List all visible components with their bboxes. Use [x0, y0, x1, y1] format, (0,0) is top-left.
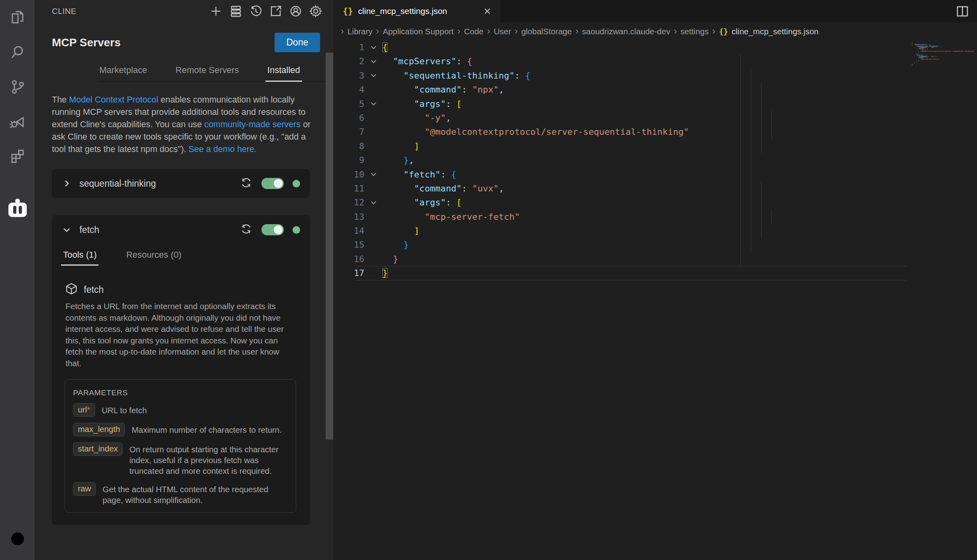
tab-installed[interactable]: Installed	[267, 61, 301, 81]
done-button[interactable]: Done	[275, 33, 320, 52]
tool-name: fetch	[84, 284, 104, 295]
code-line[interactable]: 12 "args": [	[333, 195, 977, 209]
code-token: ]	[414, 226, 419, 236]
open-in-new-icon[interactable]	[269, 5, 282, 18]
code-line[interactable]: 16 }	[333, 252, 977, 266]
code-line[interactable]: 14 ]	[333, 224, 977, 238]
editor-tab-cline-mcp-settings[interactable]: {} cline_mcp_settings.json	[333, 0, 500, 22]
tab-remote-servers[interactable]: Remote Servers	[175, 61, 240, 81]
code-line[interactable]: 17}	[333, 266, 977, 280]
link-model-context-protocol[interactable]: Model Context Protocol	[69, 95, 158, 105]
code-line[interactable]: 1{	[333, 40, 977, 54]
breadcrumb-item[interactable]: globalStorage	[521, 27, 572, 36]
link-see-demo[interactable]: See a demo here.	[188, 144, 257, 154]
code-line[interactable]: 9 },	[333, 153, 977, 167]
parameter-row: start_indexOn return output starting at …	[73, 442, 289, 476]
source-control-icon[interactable]	[0, 69, 35, 104]
account-icon[interactable]	[0, 521, 35, 556]
run-debug-icon[interactable]	[0, 104, 35, 139]
fold-chevron-icon[interactable]	[364, 195, 382, 209]
breadcrumb-file[interactable]: {}cline_mcp_settings.json	[719, 27, 819, 36]
server-status-dot	[293, 226, 300, 234]
code-line[interactable]: 4 "command": "npx",	[333, 83, 977, 97]
fold-column	[364, 139, 382, 153]
cline-robot-icon[interactable]	[0, 191, 35, 225]
panel-scrollbar[interactable]	[326, 53, 333, 440]
minimap[interactable]: { "mcpServers": { "sequential-thinking":…	[912, 43, 963, 65]
link-community-made-servers[interactable]: community-made servers	[204, 120, 301, 129]
parameter-row: rawGet the actual HTML content of the re…	[73, 482, 289, 505]
split-editor-icon[interactable]	[956, 5, 969, 18]
code-editor[interactable]: 1{2 "mcpServers": {3 "sequential-thinkin…	[333, 40, 977, 560]
fold-chevron-icon[interactable]	[364, 54, 382, 68]
code-line[interactable]: 13 "mcp-server-fetch"	[333, 210, 977, 224]
code-token	[382, 197, 414, 207]
server-enabled-toggle[interactable]	[261, 224, 284, 235]
activity-bar	[0, 0, 35, 560]
restart-server-icon[interactable]	[240, 223, 253, 237]
code-token: "fetch"	[403, 170, 441, 179]
mcp-servers-icon[interactable]	[229, 5, 242, 18]
breadcrumb-item[interactable]: saoudrizwan.claude-dev	[582, 27, 670, 36]
breadcrumb-file-name: cline_mcp_settings.json	[732, 27, 819, 36]
code-token: "args"	[414, 197, 445, 207]
fold-chevron-icon[interactable]	[364, 168, 382, 181]
code-line[interactable]: 11 "command": "uvx",	[333, 181, 977, 195]
breadcrumb-item[interactable]: Code	[464, 27, 483, 36]
code-text: "fetch": {	[382, 168, 977, 181]
settings-gear-icon[interactable]	[309, 5, 322, 18]
code-token: ,	[498, 85, 504, 95]
server-detail-tabs: Tools (1) Resources (0)	[62, 246, 310, 266]
code-line[interactable]: 3 "sequential-thinking": {	[333, 69, 977, 83]
code-token: ,	[409, 155, 414, 165]
search-icon[interactable]	[0, 35, 35, 69]
code-token: "uvx"	[472, 183, 498, 193]
tab-tools[interactable]: Tools (1)	[62, 246, 97, 266]
code-text: "args": [	[382, 97, 977, 111]
code-text: "mcp-server-fetch"	[382, 210, 977, 224]
code-text: "command": "uvx",	[382, 181, 977, 195]
tab-resources[interactable]: Resources (0)	[125, 246, 182, 266]
fold-chevron-icon[interactable]	[364, 97, 382, 111]
history-icon[interactable]	[249, 5, 262, 18]
extensions-icon[interactable]	[0, 139, 35, 174]
line-number: 11	[333, 181, 364, 195]
code-text: "args": [	[382, 195, 977, 209]
server-row-sequential-thinking[interactable]: sequential-thinking	[52, 169, 310, 198]
close-tab-icon[interactable]	[482, 6, 492, 16]
code-token	[382, 212, 425, 222]
server-enabled-toggle[interactable]	[261, 178, 284, 189]
new-task-plus-icon[interactable]	[209, 5, 222, 18]
code-text: ]	[382, 224, 977, 238]
code-line[interactable]: 15 }	[333, 238, 977, 252]
restart-server-icon[interactable]	[240, 176, 253, 191]
breadcrumb: ›Library›Application Support›Code›User›g…	[333, 22, 977, 40]
code-token: "command"	[414, 85, 461, 95]
code-token: ,	[498, 183, 504, 193]
server-name: fetch	[79, 225, 99, 235]
tab-marketplace[interactable]: Marketplace	[99, 61, 148, 81]
code-line[interactable]: 7 "@modelcontextprotocol/server-sequenti…	[333, 125, 977, 139]
breadcrumb-item[interactable]: settings	[680, 27, 709, 36]
code-line[interactable]: 8 ]	[333, 139, 977, 153]
code-line[interactable]: 6 "-y",	[333, 111, 977, 125]
breadcrumb-item[interactable]: Application Support	[383, 27, 454, 36]
code-token: :	[514, 71, 525, 81]
parameter-name-chip: start_index	[73, 442, 123, 456]
breadcrumb-separator-icon: ›	[514, 26, 518, 37]
explorer-icon[interactable]	[0, 0, 35, 35]
fold-chevron-icon[interactable]	[364, 40, 382, 54]
parameter-name-chip: max_length	[73, 423, 125, 436]
fold-column	[364, 83, 382, 97]
fold-chevron-icon[interactable]	[364, 69, 382, 83]
breadcrumb-item[interactable]: Library	[348, 27, 373, 36]
line-number: 16	[333, 252, 364, 266]
breadcrumb-item[interactable]: User	[494, 27, 511, 36]
server-row-fetch[interactable]: fetch	[52, 215, 310, 244]
code-token	[382, 141, 414, 151]
code-line[interactable]: 5 "args": [	[333, 97, 977, 111]
code-line[interactable]: 10 "fetch": {	[333, 168, 977, 181]
account-icon[interactable]	[289, 5, 302, 18]
code-token: "args"	[414, 99, 445, 109]
code-line[interactable]: 2 "mcpServers": {	[333, 54, 977, 68]
